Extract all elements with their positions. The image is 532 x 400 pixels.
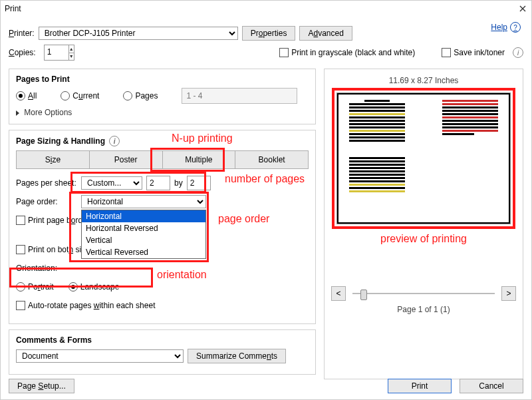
help-icon: ?: [510, 22, 521, 33]
checkbox-box: [16, 301, 25, 310]
radio-pages-label: Pages: [135, 91, 158, 100]
info-icon[interactable]: i: [513, 47, 523, 58]
radio-current-label: Current: [72, 91, 99, 100]
checkbox-box: [16, 216, 25, 225]
print-page-border-checkbox[interactable]: Print page border: [16, 216, 90, 225]
titlebar: Print: [1, 1, 531, 17]
page-order-row: Page order: Horizontal Horizontal Horizo…: [16, 194, 309, 209]
radio-pages[interactable]: Pages: [123, 91, 158, 100]
pps-mode-select[interactable]: Custom...: [81, 176, 142, 190]
pages-range-row: All Current Pages 1 - 4: [16, 88, 309, 104]
close-button[interactable]: [518, 4, 527, 13]
more-options-toggle[interactable]: More Options: [16, 108, 309, 117]
page-order-option[interactable]: Horizontal Reversed: [82, 222, 205, 234]
tab-size[interactable]: Size: [16, 150, 89, 169]
save-ink-checkbox[interactable]: Save ink/toner: [442, 48, 505, 57]
auto-rotate-label: Auto-rotate pages within each sheet: [28, 301, 155, 310]
comments-panel: Comments & Forms Document Summarize Comm…: [9, 329, 316, 375]
print-button[interactable]: Print: [388, 379, 452, 393]
grayscale-checkbox[interactable]: Print in grayscale (black and white): [279, 48, 415, 57]
checkbox-box: [442, 48, 451, 57]
copies-label: Copies:: [9, 48, 36, 57]
pps-label: Pages per sheet:: [16, 178, 77, 188]
advanced-button[interactable]: Advanced: [299, 26, 352, 41]
annotation-frame-preview: [332, 88, 515, 229]
more-options-label: More Options: [24, 108, 72, 117]
spinner-buttons[interactable]: ▲▼: [68, 45, 74, 60]
slider-thumb[interactable]: [360, 290, 367, 300]
page-order-option[interactable]: Vertical: [82, 234, 205, 246]
grayscale-label: Print in grayscale (black and white): [291, 48, 415, 57]
radio-portrait[interactable]: Portrait: [16, 282, 54, 292]
radio-all-label: All: [28, 91, 37, 100]
close-icon: [519, 5, 526, 12]
radio-portrait-label: Portrait: [28, 282, 54, 292]
auto-rotate-row: Auto-rotate pages within each sheet: [16, 298, 309, 313]
comments-select[interactable]: Document: [16, 349, 184, 363]
auto-rotate-checkbox[interactable]: Auto-rotate pages within each sheet: [16, 301, 155, 310]
page-setup-button[interactable]: Page Setup...: [9, 379, 74, 393]
content-area: Pages to Print All Current Pages 1 - 4: [1, 69, 531, 387]
annotation-text-preview: preview of printing: [380, 233, 467, 245]
radio-dot: [16, 91, 25, 100]
sizing-title: Page Sizing & Handling i: [16, 136, 309, 146]
preview-panel: 11.69 x 8.27 Inches: [324, 69, 523, 379]
pps-rows-input[interactable]: [187, 176, 211, 190]
copies-spinner[interactable]: ▲▼: [44, 45, 74, 61]
window-title: Print: [5, 4, 21, 13]
pages-per-sheet-row: Pages per sheet: Custom... by: [16, 176, 309, 190]
page-order-select[interactable]: Horizontal Horizontal Horizontal Reverse…: [81, 195, 206, 208]
radio-dot: [68, 282, 78, 292]
properties-button[interactable]: Properties: [242, 26, 296, 41]
page-of-label: Page 1 of 1 (1): [331, 305, 516, 314]
preview-slider[interactable]: [352, 289, 495, 298]
page-order-label: Page order:: [16, 197, 77, 206]
preview-frame: [337, 93, 510, 224]
orientation-radios: Portrait Landscape: [16, 280, 309, 294]
help-label: Help: [491, 23, 507, 32]
chevron-right-icon: [16, 110, 19, 116]
sizing-title-text: Page Sizing & Handling: [16, 136, 105, 146]
page-order-option[interactable]: Horizontal: [82, 210, 205, 222]
radio-dot: [123, 91, 132, 100]
printer-label: Printer:: [9, 29, 35, 38]
sizing-tabs: Size Poster Multiple Booklet: [16, 150, 309, 169]
radio-dot: [16, 282, 25, 292]
preview-prev-button[interactable]: <: [331, 286, 346, 301]
spinner-up-icon[interactable]: ▲: [69, 45, 74, 53]
slider-track: [352, 293, 495, 294]
help-link[interactable]: Help ?: [491, 22, 521, 33]
tab-booklet[interactable]: Booklet: [235, 150, 309, 169]
print-page-border-label: Print page border: [28, 216, 90, 225]
radio-dot: [61, 91, 70, 100]
radio-current[interactable]: Current: [61, 91, 99, 100]
summarize-comments-button[interactable]: Summarize Comments: [188, 349, 286, 363]
preview-dimensions: 11.69 x 8.27 Inches: [389, 76, 459, 85]
printer-section: Help ? Printer: Brother DCP-J105 Printer…: [1, 17, 531, 69]
orientation-row: Orientation:: [16, 261, 309, 276]
tab-multiple[interactable]: Multiple: [162, 150, 235, 169]
preview-mini-page: [438, 99, 502, 149]
pages-to-print-title: Pages to Print: [16, 75, 309, 84]
pps-cols-input[interactable]: [146, 176, 170, 190]
page-range-input[interactable]: 1 - 4: [182, 88, 297, 104]
comments-title: Comments & Forms: [16, 335, 309, 345]
page-order-option[interactable]: Vertical Reversed: [82, 246, 205, 258]
preview-mini-page: [345, 156, 409, 206]
copies-input[interactable]: [45, 45, 68, 59]
checkbox-box: [279, 48, 289, 57]
radio-landscape[interactable]: Landscape: [68, 282, 120, 292]
pps-by-label: by: [174, 178, 183, 188]
info-icon[interactable]: i: [109, 136, 120, 146]
print-dialog: Print Help ? Printer: Brother DCP-J105 P…: [0, 0, 532, 400]
save-ink-label: Save ink/toner: [454, 48, 505, 57]
radio-all[interactable]: All: [16, 91, 37, 100]
preview-next-button[interactable]: >: [501, 286, 516, 301]
spinner-down-icon[interactable]: ▼: [69, 53, 74, 61]
cancel-button[interactable]: Cancel: [460, 379, 523, 393]
copies-row: Copies: ▲▼ Print in grayscale (black and…: [9, 45, 523, 61]
tab-poster[interactable]: Poster: [89, 150, 162, 169]
page-order-dropdown-list: Horizontal Horizontal Reversed Vertical …: [81, 210, 206, 259]
printer-select[interactable]: Brother DCP-J105 Printer: [39, 27, 238, 40]
comments-row: Document Summarize Comments: [16, 349, 309, 363]
